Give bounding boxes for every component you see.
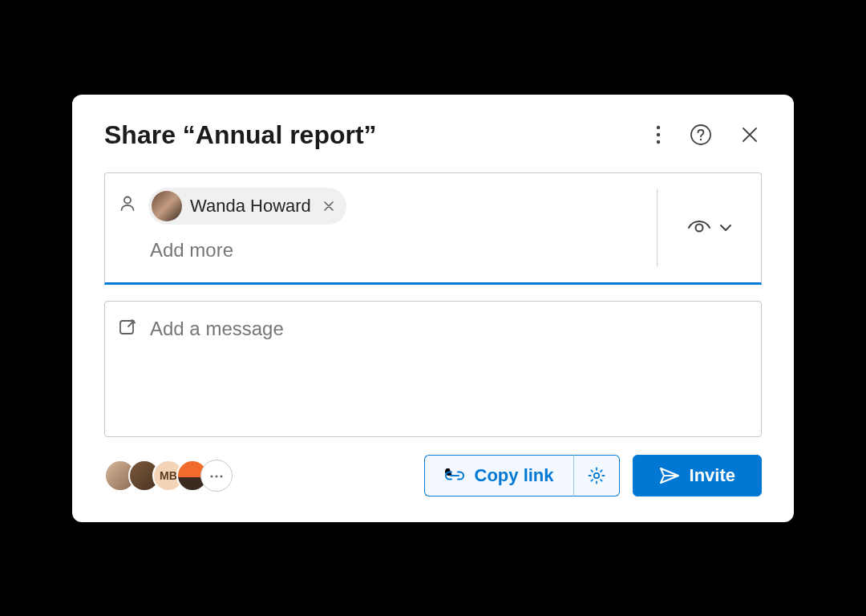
compose-icon [118, 318, 137, 422]
recipient-chip[interactable]: Wanda Howard [148, 188, 346, 225]
share-dialog: Share “Annual report” Wanda Howard [72, 95, 794, 522]
person-icon [118, 194, 137, 270]
close-icon [322, 200, 335, 213]
svg-point-8 [593, 472, 598, 477]
copy-link-label: Copy link [475, 465, 554, 486]
message-field[interactable] [104, 301, 762, 437]
shared-with-facepile[interactable]: MB ⋯ [104, 460, 411, 492]
recipients-input-area: Wanda Howard [105, 173, 657, 282]
close-button[interactable] [738, 123, 762, 147]
help-button[interactable] [686, 120, 715, 149]
copy-link-group: Copy link [424, 455, 620, 496]
gear-icon [587, 466, 606, 485]
dialog-title: Share “Annual report” [104, 120, 653, 150]
svg-point-5 [124, 197, 131, 203]
chevron-down-icon [719, 224, 732, 232]
permission-dropdown[interactable] [657, 189, 761, 266]
avatar [152, 191, 182, 221]
svg-point-6 [695, 224, 702, 231]
invite-label: Invite [690, 465, 735, 486]
svg-point-0 [657, 126, 660, 129]
kebab-icon [656, 125, 661, 144]
send-icon [659, 467, 680, 484]
header-actions [653, 120, 762, 149]
link-icon [444, 468, 465, 483]
eye-icon [687, 219, 711, 237]
add-recipients-input[interactable] [148, 236, 644, 261]
dialog-header: Share “Annual report” [104, 120, 762, 150]
invite-button[interactable]: Invite [633, 455, 762, 496]
recipients-content: Wanda Howard [148, 188, 644, 270]
svg-point-1 [657, 133, 660, 136]
svg-point-4 [700, 139, 702, 140]
svg-point-2 [657, 140, 660, 144]
recipients-field[interactable]: Wanda Howard [104, 172, 762, 285]
recipient-name: Wanda Howard [190, 196, 311, 217]
more-people-button[interactable]: ⋯ [200, 460, 233, 492]
remove-recipient-button[interactable] [319, 197, 338, 216]
facepile: MB ⋯ [104, 460, 233, 492]
message-input[interactable] [148, 316, 748, 422]
help-icon [690, 124, 712, 146]
dialog-footer: MB ⋯ Copy link Invite [104, 455, 762, 496]
copy-link-button[interactable]: Copy link [424, 455, 573, 496]
link-settings-button[interactable] [573, 455, 620, 496]
more-options-button[interactable] [653, 122, 664, 148]
close-icon [741, 126, 759, 144]
svg-point-3 [691, 125, 710, 144]
